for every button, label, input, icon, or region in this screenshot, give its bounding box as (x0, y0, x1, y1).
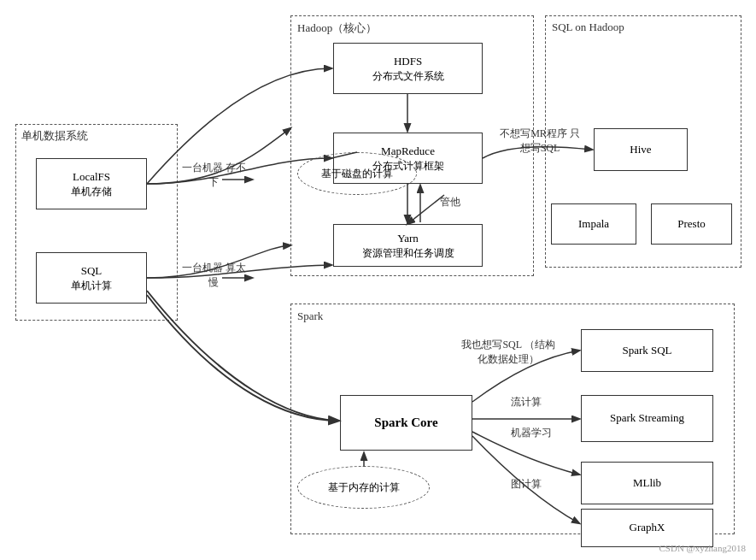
spark-streaming-box: Spark Streaming (581, 395, 713, 442)
memory-compute-ellipse: 基于内存的计算 (297, 466, 430, 509)
graphx-box: GraphX (581, 509, 713, 547)
sql-single-box: SQL 单机计算 (36, 252, 147, 304)
impala-box: Impala (551, 203, 636, 245)
yarn-box: Yarn 资源管理和任务调度 (333, 224, 483, 267)
presto-box: Presto (651, 203, 732, 245)
spark-label: Spark (297, 309, 323, 323)
no-mr-sql-label: 不想写MR程序 只想写SQL (497, 127, 583, 156)
stream-label: 流计算 (511, 395, 542, 410)
hdfs-box: HDFS 分布式文件系统 (333, 43, 483, 94)
ml-label: 机器学习 (511, 426, 552, 440)
sql-too-label: 我也想写SQL （结构化数据处理） (461, 338, 555, 367)
one-machine-full-label: 一台机器 存不下 (179, 161, 248, 190)
spark-core-box: Spark Core (340, 395, 472, 451)
manage-label: 管他 (440, 195, 460, 209)
sql-on-hadoop-label: SQL on Hadoop (552, 21, 624, 34)
watermark: CSDN @xyzhang2018 (659, 543, 747, 553)
standalone-label: 单机数据系统 (21, 128, 88, 144)
hadoop-label: Hadoop（核心） (297, 21, 377, 36)
graph-label: 图计算 (511, 477, 542, 492)
mllib-box: MLlib (581, 462, 713, 504)
disk-compute-ellipse: 基于磁盘的计算 (297, 152, 417, 195)
one-machine-slow-label: 一台机器 算太慢 (179, 261, 248, 290)
spark-sql-box: Spark SQL (581, 329, 713, 372)
hive-box: Hive (594, 128, 688, 171)
localfs-box: LocalFS单机存储 (36, 158, 147, 209)
diagram: 单机数据系统 LocalFS单机存储 SQL 单机计算 Hadoop（核心） H… (0, 0, 756, 560)
